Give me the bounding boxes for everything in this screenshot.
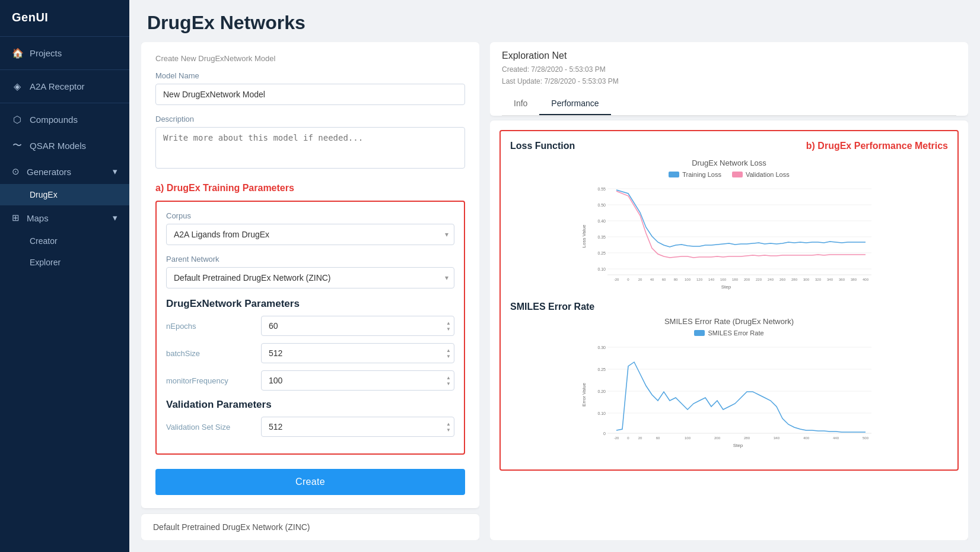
layers-icon: ◈ [12, 81, 23, 92]
val-set-size-input[interactable] [261, 417, 454, 437]
svg-text:0.20: 0.20 [597, 389, 606, 394]
svg-text:40: 40 [650, 278, 654, 281]
compound-icon: ⬡ [12, 114, 23, 125]
n-epochs-spinner[interactable]: ▲ ▼ [446, 321, 451, 332]
loss-chart-title: DrugEx Network Loss [510, 158, 948, 167]
smiles-legend-item: SMILES Error Rate [694, 329, 763, 337]
parent-network-select[interactable]: Default Pretrained DrugEx Network (ZINC) [166, 267, 454, 288]
svg-text:200: 200 [744, 278, 750, 281]
divider-1 [0, 36, 129, 37]
mf-spinner-up-icon[interactable]: ▲ [446, 375, 451, 380]
svg-text:340: 340 [827, 278, 833, 281]
perf-section-header: Loss Function b) DrugEx Performance Metr… [510, 141, 948, 151]
svg-text:400: 400 [863, 278, 869, 281]
sidebar-item-a2a-receptor[interactable]: ◈ A2A Receptor [0, 74, 129, 99]
batch-size-label: batchSize [166, 349, 261, 358]
sidebar-item-compounds[interactable]: ⬡ Compounds [0, 107, 129, 132]
validation-title: Validation Parameters [166, 399, 454, 411]
sidebar-item-qsar-label: QSAR Models [30, 141, 86, 151]
vs-spinner-up-icon[interactable]: ▲ [446, 421, 451, 427]
vs-spinner-down-icon[interactable]: ▼ [446, 427, 451, 433]
svg-text:100: 100 [685, 278, 691, 281]
loss-fn-title: Loss Function [510, 141, 575, 151]
svg-text:0.50: 0.50 [597, 203, 606, 207]
n-epochs-input-wrapper: ▲ ▼ [261, 316, 454, 336]
sidebar-group-maps[interactable]: ⊞ Maps ▾ [0, 205, 129, 230]
sidebar-item-drugex[interactable]: DrugEx [0, 184, 129, 205]
svg-text:200: 200 [714, 436, 721, 440]
performance-card: Loss Function b) DrugEx Performance Metr… [490, 120, 968, 540]
svg-text:0.35: 0.35 [597, 235, 606, 239]
corpus-label: Corpus [166, 211, 454, 220]
batch-size-spinner[interactable]: ▲ ▼ [446, 348, 451, 359]
batch-size-row: batchSize ▲ ▼ [166, 343, 454, 363]
left-panel: Create New DrugExNetwork Model Model Nam… [141, 42, 479, 540]
batch-spinner-up-icon[interactable]: ▲ [446, 348, 451, 353]
sidebar-group-generators-label: Generators [27, 167, 71, 177]
svg-text:0.30: 0.30 [597, 345, 606, 350]
chevron-down-icon-maps: ▾ [113, 212, 117, 223]
monitor-freq-input-wrapper: ▲ ▼ [261, 370, 454, 391]
model-created: Created: 7/28/2020 - 5:53:03 PM Last Upd… [502, 64, 956, 88]
svg-text:20: 20 [638, 436, 642, 440]
create-form-card: Create New DrugExNetwork Model Model Nam… [141, 42, 479, 508]
n-epochs-label: nEpochs [166, 322, 261, 331]
description-label: Description [155, 115, 465, 123]
val-set-size-row: Validation Set Size ▲ ▼ [166, 417, 454, 437]
batch-spinner-down-icon[interactable]: ▼ [446, 354, 451, 359]
svg-text:100: 100 [685, 436, 691, 440]
loss-chart-container: DrugEx Network Loss Training Loss Valida… [510, 158, 948, 290]
smiles-error-color [694, 330, 705, 336]
create-button[interactable]: Create [155, 469, 465, 495]
network-params-title: DrugExNetwork Parameters [166, 298, 454, 310]
bottom-list-item[interactable]: Default Pretrained DrugEx Network (ZINC) [141, 514, 479, 540]
create-btn-bar: Create [155, 463, 465, 495]
n-epochs-row: nEpochs ▲ ▼ [166, 316, 454, 336]
tab-info[interactable]: Info [502, 93, 539, 115]
svg-text:60: 60 [662, 278, 666, 281]
svg-text:0.25: 0.25 [597, 367, 606, 372]
description-textarea[interactable] [155, 127, 465, 169]
spinner-up-icon[interactable]: ▲ [446, 321, 451, 326]
sidebar-item-creator[interactable]: Creator [0, 230, 129, 252]
batch-size-input-wrapper: ▲ ▼ [261, 343, 454, 363]
metrics-title: b) DrugEx Performance Metrics [806, 141, 948, 151]
tab-performance[interactable]: Performance [539, 93, 610, 115]
brand-logo: GenUI [0, 0, 129, 33]
corpus-select-wrapper: A2A Ligands from DrugEx ▾ [166, 224, 454, 245]
divider-3 [0, 103, 129, 103]
svg-text:440: 440 [833, 436, 839, 440]
svg-text:360: 360 [839, 278, 845, 281]
svg-text:280: 280 [791, 278, 798, 281]
sidebar-group-generators[interactable]: ⊙ Generators ▾ [0, 159, 129, 184]
monitor-freq-spinner[interactable]: ▲ ▼ [446, 375, 451, 386]
home-icon: 🏠 [12, 47, 23, 59]
svg-text:400: 400 [803, 436, 810, 440]
monitor-freq-label: monitorFrequency [166, 376, 261, 385]
svg-text:0.40: 0.40 [597, 219, 606, 223]
svg-text:0.25: 0.25 [597, 251, 606, 255]
val-set-size-input-wrapper: ▲ ▼ [261, 417, 454, 437]
model-name-input[interactable] [155, 84, 465, 105]
val-set-spinner[interactable]: ▲ ▼ [446, 421, 451, 433]
sidebar-item-projects[interactable]: 🏠 Projects [0, 40, 129, 66]
loss-chart-svg: Loss Value 0.55 0.50 0.40 0.35 0.25 0.10… [510, 183, 948, 290]
svg-text:240: 240 [768, 278, 774, 281]
sidebar-item-explorer-label: Explorer [30, 258, 61, 267]
smiles-chart-svg: Error Value 0.30 0.25 0.20 0.10 0 -20 0 … [510, 341, 948, 448]
training-loss-label: Training Loss [682, 171, 721, 178]
sidebar-item-explorer[interactable]: Explorer [0, 252, 129, 273]
svg-text:Loss Value: Loss Value [581, 224, 587, 248]
spinner-down-icon[interactable]: ▼ [446, 326, 451, 332]
tab-bar: Info Performance [502, 93, 956, 116]
svg-text:340: 340 [774, 436, 780, 440]
validation-loss-legend: Validation Loss [732, 171, 790, 178]
monitor-freq-input[interactable] [261, 370, 454, 391]
batch-size-input[interactable] [261, 343, 454, 363]
sidebar-item-qsar[interactable]: 〜 QSAR Models [0, 132, 129, 159]
mf-spinner-down-icon[interactable]: ▼ [446, 381, 451, 386]
svg-text:0.10: 0.10 [597, 267, 606, 271]
n-epochs-input[interactable] [261, 316, 454, 336]
sidebar-item-a2a-label: A2A Receptor [30, 81, 85, 91]
corpus-select[interactable]: A2A Ligands from DrugEx [166, 224, 454, 245]
